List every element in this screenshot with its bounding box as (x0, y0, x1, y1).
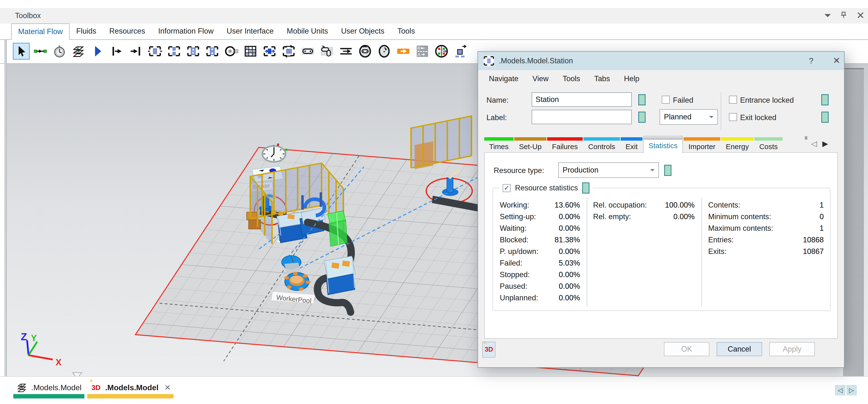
toolbox-tab-user-interface[interactable]: User Interface (220, 24, 280, 39)
toolbox-tab-information-flow[interactable]: Information Flow (152, 24, 220, 39)
station-machine-2[interactable] (324, 256, 355, 295)
tab-close-icon[interactable]: ✕ (164, 383, 171, 392)
track-icon[interactable] (338, 43, 354, 59)
station-icon[interactable] (147, 43, 163, 59)
turnplate-icon[interactable] (376, 43, 392, 59)
stat-row: Maximum contents:1 (708, 223, 824, 234)
turntable-icon[interactable] (358, 43, 373, 59)
dialog-tab-costs[interactable]: Costs (754, 137, 783, 153)
highlighted-green-machine[interactable] (328, 211, 347, 246)
exit-locked-inherit-square[interactable] (822, 112, 829, 123)
event-controller-icon[interactable] (52, 43, 67, 59)
stat-label: P. up/down: (500, 247, 538, 256)
flow-control-icon[interactable] (434, 43, 449, 59)
splitter-chevron-icon[interactable] (72, 373, 82, 376)
dialog-tab-times[interactable]: Times (484, 137, 514, 153)
dialog-tab-importer[interactable]: Importer (684, 137, 720, 153)
menu-help[interactable]: Help (617, 74, 647, 83)
axis-y-label: Y (31, 333, 37, 343)
resource-type-inherit-square[interactable] (664, 165, 672, 176)
pointer-icon[interactable] (13, 43, 29, 59)
sparkle-icon: ✳ (483, 341, 487, 345)
angular-converter-icon[interactable] (319, 43, 335, 59)
dialog-tab-failures[interactable]: Failures (547, 137, 583, 153)
stat-row: Rel. empty:0.00% (593, 211, 695, 223)
dialog-menubar: NavigateViewToolsTabsHelp (482, 70, 647, 88)
collapse-icon[interactable] (825, 14, 831, 20)
label-input[interactable] (532, 110, 632, 124)
line-icon[interactable] (300, 43, 315, 59)
dialog-tab-scroll-left[interactable]: ◁ (811, 139, 817, 148)
name-inherit-square[interactable] (638, 94, 646, 105)
converter-icon[interactable]: BA (415, 43, 430, 59)
tab-scroll-left-button[interactable]: ◁ (835, 385, 845, 395)
resource-statistics-inherit-square[interactable] (582, 182, 589, 194)
state-dropdown[interactable]: Planned (659, 109, 718, 125)
toolbox-tab-tools[interactable]: Tools (391, 24, 422, 39)
exit-locked-checkbox[interactable] (729, 113, 737, 121)
dialog-tab-statistics[interactable]: Statistics (643, 136, 683, 153)
toolbox-tab-mobile-units[interactable]: Mobile Units (280, 24, 335, 39)
svg-text:B: B (417, 46, 420, 50)
apply-button[interactable]: Apply (769, 342, 815, 356)
source-icon[interactable] (109, 43, 125, 59)
tab-label: Costs (759, 142, 778, 150)
dropdown-arrow-icon (709, 116, 713, 120)
pick-and-place-icon[interactable] (224, 43, 239, 59)
dialog-tab-scroll-right[interactable]: ▶ (822, 139, 828, 148)
cancel-button[interactable]: Cancel (717, 342, 762, 356)
resource-statistics-label: Resource statistics (515, 183, 578, 192)
stat-value: 0.00% (673, 212, 695, 221)
menu-tabs[interactable]: Tabs (587, 74, 617, 83)
dialog-titlebar[interactable]: .Models.Model.Station ? ✕ (478, 52, 844, 70)
parallel-station-icon[interactable] (166, 43, 182, 59)
failed-checkbox[interactable] (662, 96, 670, 104)
3d-icon: ✳3D (90, 382, 102, 393)
toolbox-tab-material-flow[interactable]: Material Flow (11, 24, 70, 40)
stat-row: Exits:10867 (708, 246, 824, 257)
frame-icon[interactable] (71, 43, 86, 59)
dialog-tab-controls[interactable]: Controls (583, 137, 620, 153)
drain-icon[interactable] (128, 43, 144, 59)
stat-value: 5.03% (559, 259, 580, 267)
dialog-tab-exit[interactable]: Exit (621, 137, 643, 153)
sorter-icon[interactable] (281, 43, 297, 59)
place-buffer-icon[interactable] (262, 43, 277, 59)
toolbox-tab-fluids[interactable]: Fluids (70, 24, 103, 39)
name-input[interactable] (532, 92, 632, 107)
event-controller-clock[interactable] (262, 143, 287, 162)
pin-icon[interactable] (839, 11, 848, 20)
transporter-icon[interactable] (396, 43, 411, 59)
dialog-close-button[interactable]: ✕ (828, 52, 845, 70)
disassembly-station-icon[interactable] (205, 43, 220, 59)
menu-view[interactable]: View (525, 74, 556, 83)
assembly-station-icon[interactable] (185, 43, 201, 59)
entrance-locked-checkbox[interactable] (729, 96, 737, 104)
label-inherit-square[interactable] (638, 112, 646, 123)
help-button[interactable]: ? (804, 52, 818, 70)
stat-value: 13.60% (555, 201, 580, 209)
tab-scroll-right-button[interactable]: ▷ (846, 385, 857, 395)
connector-icon[interactable] (33, 43, 48, 59)
open-3d-button[interactable]: ✳ 3D (483, 342, 495, 358)
transfer-station-icon[interactable] (453, 43, 468, 59)
entrance-locked-inherit-square[interactable] (822, 94, 829, 105)
menu-navigate[interactable]: Navigate (482, 74, 525, 83)
menu-tools[interactable]: Tools (556, 74, 587, 83)
resource-statistics-checkbox[interactable]: ✓ (503, 184, 510, 192)
ok-button[interactable]: OK (664, 342, 709, 356)
stat-row: Paused:0.00% (500, 280, 580, 292)
toolbox-tab-resources[interactable]: Resources (103, 24, 152, 39)
interface-icon[interactable] (90, 43, 105, 59)
close-icon[interactable] (857, 11, 865, 20)
resource-type-dropdown[interactable]: Production (558, 162, 659, 178)
buffer-icon[interactable] (243, 43, 258, 59)
document-tab-1[interactable]: .Models.Model (13, 379, 84, 397)
tab-color-bar (684, 137, 720, 141)
stat-row: Minimum contents:0 (708, 211, 824, 223)
document-tab-2[interactable]: ✳3D.Models.Model✕ (87, 379, 174, 397)
dialog-tab-set-up[interactable]: Set-Up (514, 137, 547, 153)
toolbox-tab-user-objects[interactable]: User Objects (335, 24, 391, 39)
stat-label: Stopped: (500, 270, 530, 279)
dialog-tab-energy[interactable]: Energy (721, 137, 754, 153)
